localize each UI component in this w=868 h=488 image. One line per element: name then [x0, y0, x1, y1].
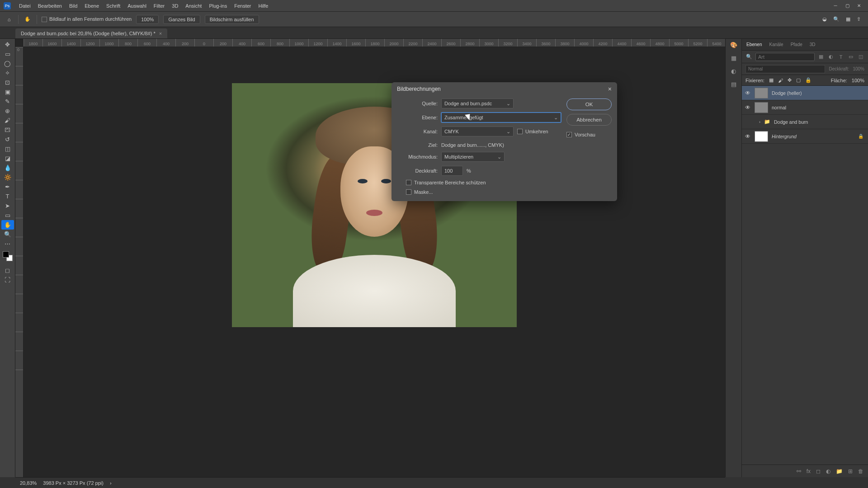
filter-search-icon[interactable]: 🔍 — [745, 53, 753, 61]
lock-pixels-icon[interactable]: ▦ — [769, 77, 774, 83]
layer-row[interactable]: › 📁 Dodge and burn — [742, 115, 868, 129]
color-panel-icon[interactable]: 🎨 — [730, 42, 737, 48]
dodge-tool-icon[interactable]: 🔆 — [1, 173, 14, 182]
share-icon[interactable]: ⇧ — [857, 16, 861, 22]
libraries-panel-icon[interactable]: ▤ — [731, 81, 736, 88]
history-brush-icon[interactable]: ↺ — [1, 135, 14, 144]
ok-button[interactable]: OK — [566, 99, 612, 110]
group-icon[interactable]: 📁 — [836, 468, 843, 474]
layer-row[interactable]: 👁 Dodge (heller) — [742, 86, 868, 100]
screenmode-icon[interactable]: ⛶ — [1, 275, 14, 285]
menu-3d[interactable]: 3D — [168, 1, 182, 10]
link-layers-icon[interactable]: ⚯ — [797, 468, 801, 474]
opacity-input[interactable]: 100 — [441, 166, 463, 176]
filter-pixel-icon[interactable]: ▦ — [817, 53, 825, 61]
cloud-icon[interactable]: ◒ — [822, 16, 827, 22]
preserve-transparency-checkbox[interactable] — [406, 180, 411, 185]
menu-bild[interactable]: Bild — [66, 1, 81, 10]
doc-info[interactable]: 3983 Px × 3273 Px (72 ppi) — [43, 480, 104, 486]
cancel-button[interactable]: Abbrechen — [566, 114, 612, 126]
adjust-panel-icon[interactable]: ◐ — [731, 68, 736, 75]
wand-tool-icon[interactable]: ✧ — [1, 68, 14, 78]
menu-plugins[interactable]: Plug-ins — [205, 1, 231, 10]
channel-select[interactable]: CMYK — [441, 127, 514, 136]
window-minimize-icon[interactable]: ─ — [833, 3, 838, 9]
chevron-right-icon[interactable]: › — [110, 480, 112, 486]
path-select-icon[interactable]: ➤ — [1, 201, 14, 211]
tab-3d[interactable]: 3D — [810, 42, 816, 47]
source-select[interactable]: Dodge and burn.psdc — [441, 99, 514, 108]
lock-artboard-icon[interactable]: ▢ — [796, 77, 801, 83]
layer-row[interactable]: 👁 Hintergrund 🔒 — [742, 129, 868, 144]
eraser-tool-icon[interactable]: ◫ — [1, 144, 14, 154]
menu-filter[interactable]: Filter — [150, 1, 168, 10]
layer-row[interactable]: 👁 normal — [742, 100, 868, 115]
filter-adjust-icon[interactable]: ◐ — [827, 53, 835, 61]
scroll-all-checkbox[interactable]: Bildlauf in allen Fenstern durchführen — [42, 16, 132, 22]
search-icon[interactable]: 🔍 — [833, 16, 840, 22]
invert-checkbox[interactable]: Umkehren — [517, 129, 548, 134]
fill-value[interactable]: 100% — [852, 78, 864, 83]
swatches-panel-icon[interactable]: ▦ — [731, 55, 736, 61]
chevron-right-icon[interactable]: › — [759, 120, 760, 124]
color-swatch[interactable] — [3, 251, 13, 261]
type-tool-icon[interactable]: T — [1, 192, 14, 201]
heal-tool-icon[interactable]: ⊕ — [1, 106, 14, 116]
dialog-close-icon[interactable]: × — [608, 85, 612, 93]
menu-hilfe[interactable]: Hilfe — [255, 1, 272, 10]
stamp-tool-icon[interactable]: ⮹ — [1, 125, 14, 135]
shape-tool-icon[interactable]: ▭ — [1, 211, 14, 220]
mask-icon[interactable]: ◻ — [816, 468, 821, 474]
visibility-icon[interactable]: 👁 — [745, 90, 751, 96]
crop-tool-icon[interactable]: ⊡ — [1, 78, 14, 87]
lock-brush-icon[interactable]: 🖌 — [778, 78, 783, 83]
zoom-100-button[interactable]: 100% — [136, 15, 159, 24]
tab-close-icon[interactable]: × — [159, 31, 162, 36]
filter-shape-icon[interactable]: ▭ — [847, 53, 854, 61]
menu-schrift[interactable]: Schrift — [103, 1, 124, 10]
layer-select[interactable]: Zusammengefügt — [441, 113, 561, 122]
lock-all-icon[interactable]: 🔒 — [805, 77, 811, 83]
menu-ansicht[interactable]: Ansicht — [182, 1, 205, 10]
menu-auswahl[interactable]: Auswahl — [124, 1, 150, 10]
filter-smart-icon[interactable]: ◫ — [857, 53, 864, 61]
zoom-level[interactable]: 20,83% — [20, 480, 37, 486]
tab-pfade[interactable]: Pfade — [791, 42, 802, 47]
fit-screen-button[interactable]: Ganzes Bild — [163, 15, 200, 24]
blend-select[interactable]: Multiplizieren — [441, 152, 505, 162]
blur-tool-icon[interactable]: 💧 — [1, 163, 14, 173]
quickmask-icon[interactable]: ◻ — [1, 266, 14, 275]
move-tool-icon[interactable]: ✥ — [1, 40, 14, 49]
zoom-tool-icon[interactable]: 🔍 — [1, 230, 14, 239]
tab-ebenen[interactable]: Ebenen — [746, 42, 762, 47]
menu-fenster[interactable]: Fenster — [231, 1, 255, 10]
visibility-icon[interactable]: 👁 — [745, 104, 751, 111]
opacity-value[interactable]: 100% — [853, 66, 864, 71]
hand-tool-icon[interactable]: ✋ — [23, 15, 32, 24]
mask-checkbox[interactable] — [406, 189, 411, 195]
filter-type-icon[interactable]: T — [837, 53, 844, 61]
window-close-icon[interactable]: ✕ — [856, 3, 862, 9]
document-tab[interactable]: Dodge and burn.psdc bei 20,8% (Dodge (he… — [15, 28, 167, 38]
hand-tool-icon[interactable]: ✋ — [1, 220, 14, 230]
fill-screen-button[interactable]: Bildschirm ausfüllen — [205, 15, 259, 24]
canvas[interactable] — [24, 47, 725, 477]
gradient-tool-icon[interactable]: ◪ — [1, 154, 14, 163]
layer-filter-input[interactable]: Art — [755, 53, 815, 61]
menu-ebene[interactable]: Ebene — [81, 1, 103, 10]
pen-tool-icon[interactable]: ✒ — [1, 182, 14, 192]
window-maximize-icon[interactable]: ▢ — [844, 3, 850, 9]
home-icon[interactable]: ⌂ — [5, 15, 14, 24]
new-layer-icon[interactable]: ⊞ — [848, 468, 853, 474]
adjustment-icon[interactable]: ◐ — [826, 468, 830, 474]
marquee-tool-icon[interactable]: ▭ — [1, 49, 14, 59]
eyedropper-tool-icon[interactable]: ✎ — [1, 97, 14, 106]
menu-datei[interactable]: Datei — [15, 1, 34, 10]
blend-mode-select[interactable]: Normal — [745, 65, 825, 73]
visibility-icon[interactable]: 👁 — [745, 133, 751, 140]
lasso-tool-icon[interactable]: ◯ — [1, 59, 14, 68]
tab-kanaele[interactable]: Kanäle — [769, 42, 783, 47]
frame-tool-icon[interactable]: ▣ — [1, 87, 14, 97]
preview-checkbox[interactable] — [566, 132, 572, 137]
workspace-icon[interactable]: ▦ — [846, 16, 850, 22]
